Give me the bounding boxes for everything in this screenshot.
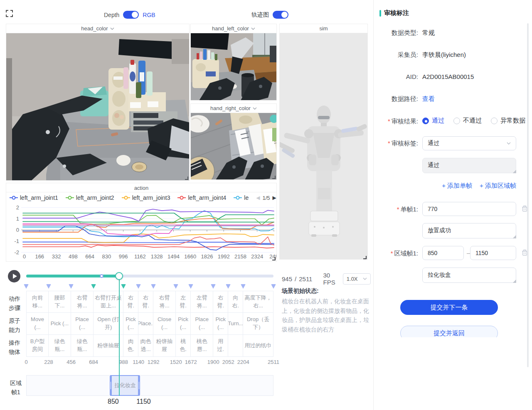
table-cell[interactable]: Pick (... (213, 313, 228, 335)
table-row-skill: Move (...Pick (...Place (...Open (打开)Pic… (26, 313, 273, 335)
step-marker-1292[interactable] (151, 284, 156, 289)
step-marker-456[interactable] (69, 284, 74, 289)
table-cell[interactable]: Move (... (26, 313, 49, 335)
table-cell[interactable]: B户型房间 (26, 335, 49, 357)
submit-next-button[interactable]: 提交并下一条 (400, 300, 498, 315)
result-radio-通过[interactable]: 通过 (422, 117, 444, 125)
result-radio-异常数据[interactable]: 异常数据 (491, 117, 525, 125)
single-frame-input[interactable] (422, 202, 516, 216)
table-cell[interactable]: 向前移... (26, 291, 49, 313)
head-panel-resize-handle[interactable] (185, 177, 188, 180)
textarea-resize-handle[interactable] (512, 235, 516, 238)
table-cell[interactable]: 右臂. (213, 291, 228, 313)
tag-select[interactable]: 通过 (422, 136, 516, 150)
speed-select[interactable]: 1.0X (343, 273, 371, 285)
chart-resize-handle[interactable] (272, 257, 276, 260)
table-cell[interactable]: 高度下降，右... (243, 291, 273, 313)
legend-prev-icon[interactable]: ◀ (256, 195, 260, 201)
table-cell[interactable]: Pick (... (176, 313, 191, 335)
sim-title: sim (319, 25, 328, 32)
step-marker-684[interactable] (91, 284, 96, 289)
fullscreen-icon[interactable] (6, 10, 13, 17)
step-marker-2511[interactable] (271, 284, 276, 289)
table-cell[interactable]: Turn... (228, 313, 243, 335)
tag-note-textarea[interactable]: 通过 (422, 158, 516, 173)
submit-back-button[interactable]: 提交并返回 (400, 326, 498, 337)
table-cell[interactable]: 用过的纸巾 (243, 335, 273, 357)
table-cell[interactable]: 右臂将... (153, 291, 176, 313)
progress-slider[interactable] (26, 275, 273, 277)
region-end-input[interactable] (470, 246, 516, 260)
single-frame-note-textarea[interactable]: 放置成功 (422, 223, 516, 238)
step-marker-2204[interactable] (241, 284, 246, 289)
legend-item-le[interactable]: le (234, 194, 249, 201)
legend-item-left_arm_joint1[interactable]: left_arm_joint1 (10, 194, 58, 201)
step-marker-988[interactable] (121, 284, 126, 289)
add-region-frame-link[interactable]: + 添加区域帧 (480, 182, 516, 190)
region-note-textarea[interactable]: 拉化妆盒 (422, 268, 516, 283)
table-cell[interactable]: 绿色瓶... (71, 335, 94, 357)
step-marker-1520[interactable] (173, 284, 178, 289)
table-cell[interactable]: 左臂将... (191, 291, 213, 313)
table-cell[interactable]: 向右. (228, 291, 243, 313)
legend-item-left_arm_joint2[interactable]: left_arm_joint2 (66, 194, 114, 201)
hand-left-camera-panel: hand_left_color (190, 24, 277, 101)
table-cell[interactable]: 粉饼抽屉 (153, 335, 176, 357)
table-cell[interactable]: 桃色. (176, 335, 191, 357)
table-cell[interactable]: Place (... (191, 313, 213, 335)
row-label-region-frame: 区域帧1 (9, 379, 22, 397)
depth-rgb-switch[interactable] (123, 11, 139, 19)
play-button[interactable] (8, 270, 20, 282)
table-cell[interactable]: 右臂将... (71, 291, 94, 313)
add-frame-links: + 添加单帧 + 添加区域帧 (422, 182, 516, 190)
hand-right-camera-header[interactable]: hand_right_color (191, 104, 276, 113)
add-single-frame-link[interactable]: + 添加单帧 (442, 182, 472, 190)
legend-item-left_arm_joint4[interactable]: left_arm_joint4 (177, 194, 226, 201)
trajectory-switch[interactable] (273, 11, 288, 19)
chart-series-series13 (23, 221, 274, 222)
step-marker-2052[interactable] (226, 284, 231, 289)
legend-item-left_arm_joint3[interactable]: left_arm_joint3 (122, 194, 170, 201)
table-cell[interactable]: 左臂. (176, 291, 191, 313)
progress-handle[interactable] (115, 272, 123, 280)
table-cell[interactable]: 桃色唇... (191, 335, 213, 357)
step-marker-1672[interactable] (188, 284, 193, 289)
review-panel: 审核标注 数据类型: 常规 采集员: 李轶晨(liyichen) AID: A2… (373, 0, 532, 410)
data-path-link[interactable]: 查看 (422, 95, 435, 103)
head-camera-title: head_color (81, 25, 108, 32)
table-cell[interactable]: Close (... (153, 313, 176, 335)
step-marker-228[interactable] (46, 284, 51, 289)
hand-left-camera-header[interactable]: hand_left_color (191, 24, 276, 33)
step-marker-1900[interactable] (211, 284, 216, 289)
table-cell[interactable]: 腰部下... (49, 291, 71, 313)
table-cell[interactable]: Drop（丢下） (243, 313, 273, 335)
table-cell[interactable]: 右臂. (138, 291, 153, 313)
textarea-resize-handle[interactable] (512, 279, 516, 283)
region-start-handle[interactable] (110, 376, 112, 395)
table-cell[interactable]: 绿色瓶... (49, 335, 71, 357)
legend-next-icon[interactable]: ▶ (273, 195, 276, 201)
table-cell[interactable]: 肉色. (123, 335, 138, 357)
table-cell[interactable]: Pick (... (49, 313, 71, 335)
panel-scrollbar[interactable] (527, 23, 529, 367)
region-track[interactable]: 拉化妆盒 (26, 375, 273, 396)
table-cell[interactable] (228, 335, 243, 357)
textarea-resize-handle[interactable] (512, 169, 516, 173)
result-radio-不通过[interactable]: 不通过 (453, 117, 482, 125)
sim-panel-resize-handle[interactable] (363, 256, 367, 259)
step-marker-0[interactable] (24, 284, 29, 289)
table-cell[interactable]: 右臂. (123, 291, 138, 313)
region-end-handle[interactable] (138, 376, 140, 395)
step-marker-1140[interactable] (136, 284, 141, 289)
region-segment[interactable]: 拉化妆盒 (110, 375, 140, 396)
table-cell[interactable]: 用过. (213, 335, 228, 357)
table-cell[interactable]: Place.. (138, 313, 153, 335)
region-start-input[interactable] (422, 246, 464, 260)
chart-series-series7 (23, 213, 274, 222)
table-cell[interactable]: 肉色透... (138, 335, 153, 357)
trajectory-label: 轨迹图 (251, 11, 269, 19)
head-camera-header[interactable]: head_color (6, 24, 189, 33)
hand-right-panel-resize-handle[interactable] (272, 176, 276, 179)
table-cell[interactable]: Pick (... (123, 313, 138, 335)
table-cell[interactable]: Place (... (71, 313, 94, 335)
